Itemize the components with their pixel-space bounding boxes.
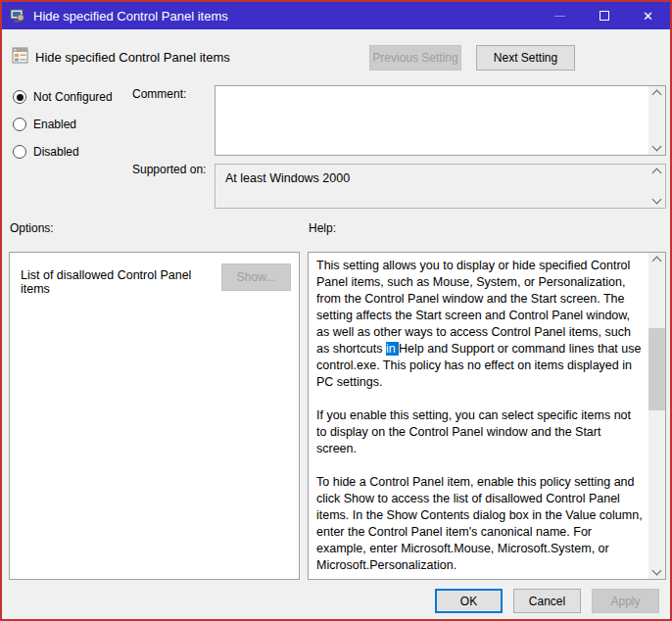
cancel-button[interactable]: Cancel (513, 589, 581, 613)
window-title: Hide specified Control Panel items (33, 9, 228, 24)
disallowed-items-label: List of disallowed Control Panel items (21, 268, 216, 296)
group-policy-setting-dialog: Hide specified Control Panel items ✕ Hid… (0, 0, 672, 621)
close-button[interactable]: ✕ (626, 2, 670, 29)
radio-label: Not Configured (33, 90, 113, 104)
next-setting-button[interactable]: Next Setting (476, 45, 575, 71)
scroll-down-icon[interactable] (652, 142, 662, 152)
scroll-up-icon[interactable] (652, 257, 662, 266)
radio-button-icon (13, 145, 26, 159)
radio-button-icon (13, 118, 26, 131)
apply-button[interactable]: Apply (592, 589, 659, 613)
supported-on-label: Supported on: (132, 163, 206, 176)
comment-label: Comment: (132, 87, 186, 101)
help-scrollbar-thumb[interactable] (648, 328, 665, 410)
help-paragraph-3: To hide a Control Panel item, enable thi… (316, 474, 643, 574)
titlebar: Hide specified Control Panel items ✕ (2, 2, 670, 29)
help-text: This setting allows you to display or hi… (309, 253, 648, 579)
options-label: Options: (10, 221, 54, 235)
policy-setting-icon (10, 8, 25, 24)
search-highlight: in (386, 342, 399, 356)
minimize-button[interactable] (538, 2, 582, 29)
help-paragraph-1: This setting allows you to display or hi… (316, 258, 643, 391)
help-label: Help: (309, 221, 336, 235)
help-paragraph-2: If you enable this setting, you can sele… (316, 407, 643, 457)
maximize-icon (600, 11, 609, 21)
maximize-button[interactable] (582, 2, 626, 29)
radio-label: Enabled (33, 118, 76, 131)
radio-enabled[interactable]: Enabled (13, 118, 76, 131)
close-icon: ✕ (643, 10, 653, 23)
radio-disabled[interactable]: Disabled (13, 145, 79, 159)
radio-label: Disabled (33, 145, 79, 159)
scroll-up-icon[interactable] (652, 90, 662, 100)
comment-textarea[interactable] (215, 85, 666, 156)
supported-scrollbar[interactable] (648, 165, 665, 208)
comment-scrollbar[interactable] (648, 86, 665, 155)
radio-not-configured[interactable]: Not Configured (13, 90, 113, 104)
help-scrollbar[interactable] (648, 253, 665, 579)
scroll-up-icon[interactable] (652, 168, 662, 178)
options-panel: List of disallowed Control Panel items S… (9, 252, 300, 580)
radio-button-icon (13, 90, 26, 104)
show-button[interactable]: Show... (221, 263, 291, 291)
setting-window-icon (12, 47, 28, 64)
help-panel: This setting allows you to display or hi… (308, 252, 666, 580)
ok-button[interactable]: OK (435, 589, 503, 613)
setting-name: Hide specified Control Panel items (35, 50, 230, 65)
minimize-icon (554, 16, 565, 17)
scroll-down-icon[interactable] (652, 195, 662, 205)
previous-setting-button[interactable]: Previous Setting (369, 45, 461, 71)
scroll-down-icon[interactable] (652, 566, 662, 576)
supported-on-value: At least Windows 2000 (225, 171, 350, 185)
supported-on-field: At least Windows 2000 (215, 164, 666, 209)
